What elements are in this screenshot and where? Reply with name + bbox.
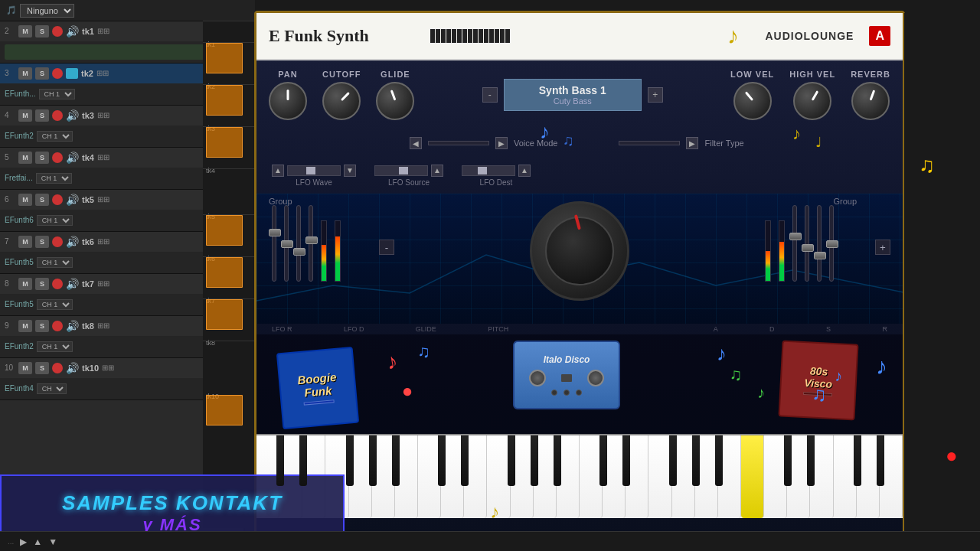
white-key[interactable]	[834, 435, 857, 518]
pattern-block[interactable]	[206, 395, 243, 425]
mute-button[interactable]: M	[18, 362, 32, 374]
play-button[interactable]: ▶	[20, 536, 27, 547]
channel-select[interactable]: CH 1	[36, 173, 72, 184]
pattern-block[interactable]	[206, 215, 243, 246]
record-button[interactable]	[52, 279, 63, 289]
pan-knob[interactable]	[269, 82, 307, 120]
mute-button[interactable]: M	[18, 236, 32, 248]
monitor-icon[interactable]: 🔊	[66, 152, 79, 164]
voice-mode-next[interactable]: ▶	[495, 137, 508, 149]
lfo-wave-up[interactable]: ▲	[272, 165, 284, 177]
pattern-block[interactable]	[206, 43, 243, 73]
preset-prev-button[interactable]: -	[482, 87, 498, 103]
solo-button[interactable]: S	[35, 194, 49, 206]
low-vel-knob[interactable]	[733, 82, 772, 120]
white-key[interactable]	[418, 435, 441, 518]
black-key[interactable]	[369, 435, 377, 486]
master-knob[interactable]	[530, 201, 629, 301]
white-key[interactable]	[580, 435, 603, 518]
mute-button[interactable]: M	[18, 194, 32, 206]
black-key[interactable]	[854, 435, 861, 486]
high-vel-knob[interactable]	[793, 82, 831, 120]
channel-select[interactable]: CH 1	[37, 257, 73, 268]
white-key[interactable]	[487, 435, 510, 518]
black-key[interactable]	[807, 435, 815, 486]
black-key[interactable]	[461, 435, 469, 486]
white-key[interactable]	[648, 435, 671, 518]
monitor-icon[interactable]: 🔊	[66, 194, 79, 206]
black-key[interactable]	[715, 435, 723, 486]
white-key-active[interactable]	[741, 435, 764, 518]
monitor-icon[interactable]: 🔊	[66, 278, 79, 290]
preset-next-button[interactable]: +	[648, 87, 663, 103]
reverb-knob[interactable]	[851, 82, 890, 120]
monitor-icon[interactable]: 🔊	[66, 236, 79, 248]
mute-button[interactable]: M	[18, 320, 32, 332]
lfo-dest-slider[interactable]	[462, 165, 515, 176]
pattern-block[interactable]	[206, 85, 243, 116]
black-key[interactable]	[669, 435, 677, 486]
black-key[interactable]	[299, 435, 307, 486]
fader-track[interactable]	[309, 205, 313, 282]
black-key[interactable]	[438, 435, 446, 486]
lfo-wave-slider[interactable]	[287, 165, 341, 176]
monitor-icon[interactable]: 🔊	[66, 320, 79, 332]
solo-button[interactable]: S	[35, 236, 49, 248]
fader-track[interactable]	[792, 205, 797, 282]
black-key[interactable]	[554, 435, 561, 486]
fader-track[interactable]	[284, 205, 289, 282]
solo-button[interactable]: S	[35, 362, 49, 374]
piano-keyboard[interactable]	[256, 434, 903, 518]
down-button[interactable]: ▼	[48, 536, 57, 547]
up-button[interactable]: ▲	[33, 536, 42, 547]
channel-select[interactable]: CH 1	[39, 89, 75, 99]
pattern-block[interactable]	[206, 299, 243, 330]
lfo-source-slider[interactable]	[374, 165, 428, 176]
mute-button[interactable]: M	[18, 278, 32, 290]
channel-select[interactable]: CH	[37, 383, 67, 394]
channel-select[interactable]: CH 1	[37, 341, 73, 352]
mute-button[interactable]: M	[18, 67, 32, 80]
channel-select[interactable]: CH 1	[37, 131, 73, 142]
black-key[interactable]	[276, 435, 284, 486]
record-button[interactable]	[52, 152, 63, 163]
record-button[interactable]	[52, 321, 63, 331]
record-button[interactable]	[52, 363, 63, 373]
fader-track[interactable]	[296, 205, 301, 282]
monitor-icon[interactable]: 🔊	[66, 362, 79, 374]
group-minus-button[interactable]: -	[379, 240, 394, 255]
record-button[interactable]	[52, 236, 63, 247]
black-key[interactable]	[392, 435, 400, 486]
solo-button[interactable]: S	[35, 25, 49, 37]
record-button[interactable]	[52, 110, 63, 121]
group-plus-button[interactable]: +	[875, 240, 890, 255]
voice-mode-prev[interactable]: ◀	[410, 137, 422, 149]
black-key[interactable]	[599, 435, 607, 486]
solo-button[interactable]: S	[35, 320, 49, 332]
record-button[interactable]	[52, 194, 63, 205]
solo-button[interactable]: S	[35, 109, 49, 122]
solo-button[interactable]: S	[35, 67, 49, 80]
black-key[interactable]	[508, 435, 515, 486]
mute-button[interactable]: M	[18, 109, 32, 122]
solo-button[interactable]: S	[35, 152, 49, 164]
black-key[interactable]	[622, 435, 630, 486]
channel-select[interactable]: CH 1	[37, 215, 73, 226]
lfo-source-up[interactable]: ▲	[431, 165, 443, 177]
black-key[interactable]	[784, 435, 792, 486]
white-key[interactable]	[764, 435, 787, 518]
fader-track[interactable]	[817, 205, 822, 282]
pattern-block[interactable]	[206, 257, 243, 288]
black-key[interactable]	[692, 435, 700, 486]
black-key[interactable]	[346, 435, 354, 486]
fader-track[interactable]	[829, 205, 834, 282]
black-key[interactable]	[531, 435, 538, 486]
monitor-icon[interactable]: 🔊	[66, 109, 79, 122]
fader-track[interactable]	[272, 205, 276, 282]
filter-type-next[interactable]: ▶	[686, 137, 698, 149]
fader-track[interactable]	[805, 205, 809, 282]
mute-button[interactable]: M	[18, 25, 32, 37]
lfo-wave-down[interactable]: ▼	[344, 165, 356, 177]
cutoff-knob[interactable]	[322, 82, 361, 120]
mute-button[interactable]: M	[18, 152, 32, 164]
